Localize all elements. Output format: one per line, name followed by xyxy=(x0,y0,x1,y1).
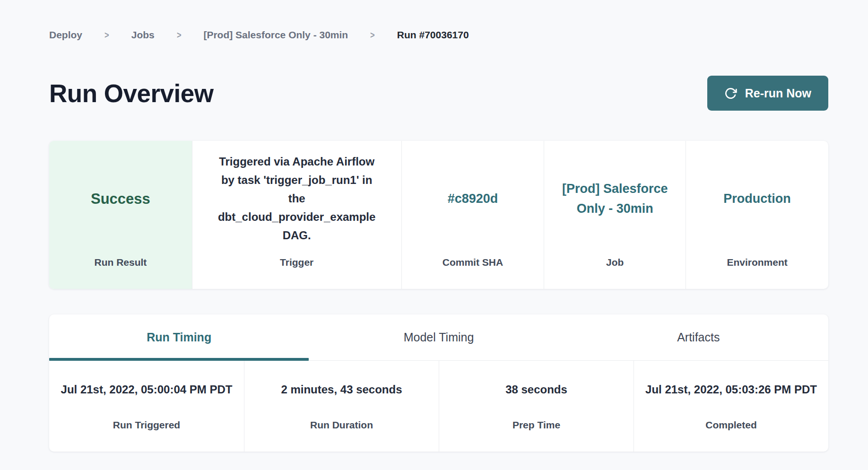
trigger-label: Trigger xyxy=(280,257,313,289)
summary-card-environment: Production Environment xyxy=(686,141,828,289)
tab-model-timing-label: Model Timing xyxy=(404,331,474,344)
tab-artifacts[interactable]: Artifacts xyxy=(569,314,828,360)
run-duration-value: 2 minutes, 43 seconds xyxy=(281,382,402,418)
chevron-right-icon: > xyxy=(177,30,182,41)
run-result-value: Success xyxy=(91,191,150,208)
rerun-now-button[interactable]: Re-run Now xyxy=(707,76,828,111)
prep-time-value: 38 seconds xyxy=(505,382,567,418)
environment-label: Environment xyxy=(727,257,787,289)
page-title: Run Overview xyxy=(49,81,213,106)
prep-time-label: Prep Time xyxy=(512,419,560,431)
run-overview-page: Deploy > Jobs > [Prod] Salesforce Only -… xyxy=(0,0,868,470)
tab-run-timing-label: Run Timing xyxy=(147,331,211,344)
refresh-cw-icon xyxy=(724,87,737,100)
summary-card-commit-sha: #c8920d Commit SHA xyxy=(401,141,544,289)
run-triggered-label: Run Triggered xyxy=(113,419,180,431)
breadcrumb-item-current-run: Run #70036170 xyxy=(397,29,469,41)
environment-link[interactable]: Production xyxy=(723,189,791,209)
run-duration-label: Run Duration xyxy=(310,419,373,431)
run-triggered-value: Jul 21st, 2022, 05:00:04 PM PDT xyxy=(61,382,233,418)
run-result-label: Run Result xyxy=(94,257,147,289)
job-link[interactable]: [Prod] Salesforce Only - 30min xyxy=(561,179,669,219)
breadcrumb-item-job-name[interactable]: [Prod] Salesforce Only - 30min xyxy=(203,29,348,41)
tab-bar: Run Timing Model Timing Artifacts xyxy=(49,314,828,361)
breadcrumb: Deploy > Jobs > [Prod] Salesforce Only -… xyxy=(49,0,828,41)
commit-sha-label: Commit SHA xyxy=(443,257,503,289)
chevron-right-icon: > xyxy=(370,30,375,41)
chevron-right-icon: > xyxy=(104,30,109,41)
summary-card-job: [Prod] Salesforce Only - 30min Job xyxy=(544,141,686,289)
completed-label: Completed xyxy=(705,419,757,431)
timing-cell-prep-time: 38 seconds Prep Time xyxy=(439,361,634,452)
tab-run-timing[interactable]: Run Timing xyxy=(49,314,309,360)
timing-cell-run-duration: 2 minutes, 43 seconds Run Duration xyxy=(244,361,439,452)
breadcrumb-item-jobs[interactable]: Jobs xyxy=(131,29,155,41)
page-header: Run Overview Re-run Now xyxy=(49,76,828,111)
tab-model-timing[interactable]: Model Timing xyxy=(309,314,568,360)
rerun-now-label: Re-run Now xyxy=(745,87,811,100)
completed-value: Jul 21st, 2022, 05:03:26 PM PDT xyxy=(645,382,817,418)
breadcrumb-item-deploy[interactable]: Deploy xyxy=(49,29,82,41)
summary-card-run-result: Success Run Result xyxy=(49,141,192,289)
run-details-card: Run Timing Model Timing Artifacts Jul 21… xyxy=(49,314,828,452)
commit-sha-link[interactable]: #c8920d xyxy=(448,189,498,209)
run-summary-row: Success Run Result Triggered via Apache … xyxy=(49,141,828,289)
tab-artifacts-label: Artifacts xyxy=(677,331,720,344)
summary-card-trigger: Triggered via Apache Airflow by task 'tr… xyxy=(192,141,401,289)
trigger-value: Triggered via Apache Airflow by task 'tr… xyxy=(214,153,380,244)
timing-cell-run-triggered: Jul 21st, 2022, 05:00:04 PM PDT Run Trig… xyxy=(49,361,244,452)
job-label: Job xyxy=(606,257,624,289)
timing-cell-completed: Jul 21st, 2022, 05:03:26 PM PDT Complete… xyxy=(634,361,828,452)
run-timing-panel: Jul 21st, 2022, 05:00:04 PM PDT Run Trig… xyxy=(49,361,828,452)
active-tab-indicator xyxy=(49,358,309,361)
